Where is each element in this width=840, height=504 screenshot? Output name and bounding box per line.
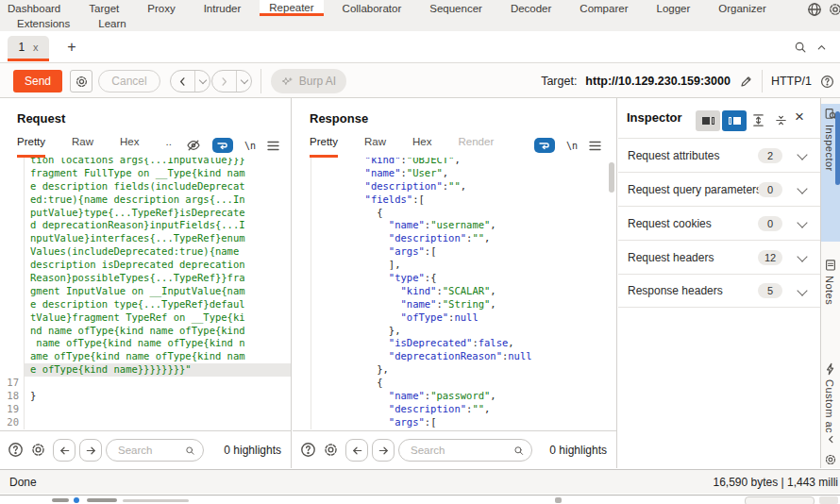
line-number [0, 193, 25, 207]
response-editor[interactable]: "kind":"OBJECT", "name":"User", "descrip… [293, 158, 616, 430]
response-scrollbar-thumb[interactable] [609, 162, 614, 193]
line-number-gutter [293, 167, 311, 180]
inspector-close-icon[interactable]: × [795, 109, 804, 125]
request-search-prev-button[interactable] [53, 439, 76, 462]
sidebar-tab-inspector[interactable]: Inspector [821, 104, 840, 242]
menu-item-comparer[interactable]: Comparer [570, 0, 637, 16]
request-search-input[interactable] [116, 444, 185, 457]
globe-icon[interactable] [807, 2, 822, 17]
view-tab-pretty[interactable]: Pretty [310, 136, 338, 158]
line-number-gutter [293, 390, 311, 403]
view-tab-[interactable]: .. [166, 136, 172, 155]
code-text: Values(includeDeprecated:true){name [25, 245, 291, 259]
repeater-tab-1[interactable]: 1 x [8, 36, 49, 61]
request-code: tion locations args{...InputValue}}}frag… [0, 158, 291, 429]
response-menu-icon[interactable] [589, 141, 601, 151]
menu-item-decoder[interactable]: Decoder [501, 0, 561, 16]
menu-item-intruder[interactable]: Intruder [194, 0, 251, 16]
inspector-section-request-cookies[interactable]: Request cookies0 [618, 206, 820, 240]
response-search-prev-button[interactable] [345, 439, 368, 462]
menu-item-target[interactable]: Target [79, 0, 128, 16]
menu-item-sequencer[interactable]: Sequencer [420, 0, 492, 16]
request-code-line: e description fields(includeDeprecat [0, 180, 291, 193]
word-wrap-toggle-icon[interactable] [534, 138, 555, 153]
view-tab-hex[interactable]: Hex [120, 136, 139, 155]
collapse-all-icon[interactable] [774, 113, 788, 127]
show-newlines-icon[interactable]: \n [244, 141, 256, 151]
request-code-line: description isDeprecated deprecation [0, 259, 291, 272]
settings-gear-icon[interactable] [828, 2, 840, 17]
hide-nonprintable-eye-off-icon[interactable] [186, 138, 201, 153]
response-search-settings-icon[interactable] [323, 442, 339, 458]
view-tab-hex[interactable]: Hex [412, 136, 431, 155]
background-fragment [819, 496, 838, 504]
edit-target-pencil-icon[interactable] [739, 75, 753, 89]
lightning-icon [824, 362, 838, 376]
history-back-button[interactable] [171, 71, 194, 92]
inspector-dock-right-button[interactable] [722, 110, 747, 131]
inspector-section-response-headers[interactable]: Response headers5 [618, 274, 820, 308]
http-version[interactable]: HTTP/1 [771, 75, 812, 88]
request-editor[interactable]: tion locations args{...InputValue}}}frag… [0, 158, 291, 430]
menu-item-collaborator[interactable]: Collaborator [333, 0, 412, 16]
section-count-badge: 12 [758, 250, 782, 265]
burp-ai-button[interactable]: Burp AI [271, 69, 346, 93]
menu-item-learn[interactable]: Learn [89, 16, 135, 30]
sidebar-scrollbar-thumb[interactable] [835, 111, 840, 185]
tab-search-icon[interactable] [794, 41, 807, 54]
menu-item-organizer[interactable]: Organizer [709, 0, 776, 16]
inspector-dock-left-button[interactable] [696, 110, 720, 131]
collapse-tabbar-icon[interactable] [816, 42, 827, 53]
send-settings-button[interactable] [70, 70, 92, 92]
expand-all-icon[interactable] [751, 113, 765, 127]
request-code-line: Reason}possibleTypes{...TypeRef}}fra [0, 272, 291, 285]
response-search-help-icon[interactable] [300, 442, 316, 458]
view-tab-raw[interactable]: Raw [364, 136, 386, 155]
request-search-settings-icon[interactable] [30, 442, 46, 458]
menu-item-logger[interactable]: Logger [647, 0, 699, 16]
history-back-dropdown[interactable] [194, 71, 210, 92]
inspector-section-request-headers[interactable]: Request headers12 [618, 240, 820, 274]
line-number [0, 350, 25, 363]
line-number-gutter [293, 158, 311, 167]
word-wrap-toggle-icon[interactable] [212, 138, 233, 153]
search-icon [513, 445, 524, 457]
request-search-help-icon[interactable] [8, 442, 24, 458]
history-forward-dropdown[interactable] [236, 71, 251, 92]
menu-item-extensions[interactable]: Extensions [8, 16, 79, 30]
code-text: ed:true){name description args{...In [25, 193, 291, 207]
history-forward-button[interactable] [212, 71, 236, 92]
sidebar-tab-notes[interactable]: Notes [821, 255, 840, 349]
menu-item-dashboard[interactable]: Dashboard [0, 0, 70, 16]
view-tab-pretty[interactable]: Pretty [17, 136, 45, 158]
response-search-input[interactable] [409, 444, 513, 457]
show-newlines-icon[interactable]: \n [566, 141, 578, 151]
sidebar-tab-label: Inspector [824, 125, 835, 172]
target-group: Target: http://10.129.230.159:3000 HTTP/… [541, 70, 834, 92]
background-fragment [123, 499, 189, 502]
request-menu-icon[interactable] [267, 141, 279, 151]
menu-item-proxy[interactable]: Proxy [138, 0, 184, 16]
inspector-section-request-attributes[interactable]: Request attributes2 [618, 138, 820, 172]
code-text: { [311, 377, 616, 390]
code-text: "description":"", [311, 403, 616, 416]
help-icon[interactable] [820, 75, 834, 89]
request-search-box [106, 439, 204, 462]
send-button[interactable]: Send [13, 70, 62, 92]
request-search-next-button[interactable] [79, 439, 102, 462]
sidebar-tab-custom-actions[interactable]: Custom ac [821, 359, 840, 449]
sidebar-settings-gear-icon[interactable] [824, 453, 837, 466]
cancel-button[interactable]: Cancel [98, 70, 160, 92]
view-tab-render[interactable]: Render [459, 136, 495, 155]
tab-close-icon[interactable]: x [33, 42, 39, 53]
inspector-section-request-query-parameters[interactable]: Request query parameters0 [618, 172, 820, 206]
view-tab-raw[interactable]: Raw [72, 136, 93, 155]
response-search-next-button[interactable] [372, 439, 395, 462]
menu-item-repeater[interactable]: Repeater [260, 0, 323, 16]
response-code-line: "kind":"OBJECT", [293, 158, 616, 167]
target-label: Target: [541, 75, 577, 88]
code-text: "description":"", [311, 180, 616, 193]
new-tab-button[interactable]: + [62, 38, 81, 57]
request-code-line: nputValue}interfaces{...TypeRef}enum [0, 232, 291, 245]
tabbar-right-controls [794, 41, 827, 54]
